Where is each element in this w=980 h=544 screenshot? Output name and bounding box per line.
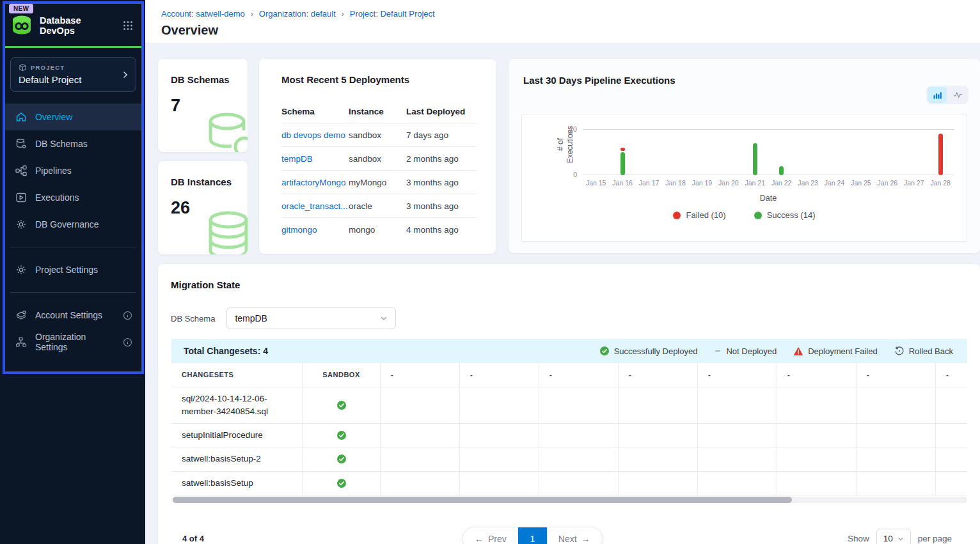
- column-header: -: [460, 363, 539, 387]
- schema-link[interactable]: db devops demo: [281, 130, 349, 140]
- empty-status-cell: [777, 472, 857, 495]
- page-size-select[interactable]: 10: [876, 529, 911, 544]
- db-schema-select[interactable]: tempDB: [226, 307, 396, 329]
- deployment-row: tempDBsandbox2 months ago: [281, 147, 477, 171]
- column-header: Instance: [349, 107, 406, 116]
- db-instances-card[interactable]: DB Instances 26: [158, 161, 248, 254]
- column-header: -: [381, 363, 460, 387]
- sidebar-divider: [10, 292, 136, 293]
- page-content: DB Schemas 7 DB Instances 26: [145, 44, 980, 544]
- column-header: -: [857, 363, 936, 387]
- changesets-table: CHANGESETSSANDBOX--------sql/2024-10-14-…: [171, 363, 967, 495]
- sidebar-item-db-schemas[interactable]: DB Schemas: [5, 130, 141, 157]
- info-icon[interactable]: [123, 338, 132, 347]
- status-legend-item: Not Deployed: [714, 346, 777, 356]
- page-1-button[interactable]: 1: [518, 527, 547, 544]
- schema-link[interactable]: gitmongo: [281, 225, 349, 235]
- empty-status-cell: [936, 424, 967, 447]
- bar-chart-toggle-icon[interactable]: [928, 87, 947, 103]
- cube-icon: [19, 63, 27, 72]
- success-bar[interactable]: [779, 166, 784, 175]
- db-schema-label: DB Schema: [171, 314, 215, 323]
- column-header: -: [698, 363, 777, 387]
- legend-item[interactable]: Failed (10): [673, 210, 725, 220]
- empty-status-cell: [936, 387, 967, 424]
- gear-icon: [15, 264, 27, 276]
- chart-column-jan-26: [874, 129, 901, 175]
- empty-status-cell: [619, 472, 698, 495]
- project-selector[interactable]: PROJECT Default Project: [10, 57, 136, 92]
- changesets-header-row: CHANGESETSSANDBOX--------: [171, 363, 967, 387]
- info-icon[interactable]: [123, 311, 132, 320]
- gear-icon: [15, 219, 27, 230]
- plot-area: [583, 129, 954, 175]
- schema-link[interactable]: tempDB: [281, 154, 349, 164]
- scrollbar-thumb[interactable]: [173, 497, 792, 503]
- schema-link[interactable]: oracle_transact...: [281, 201, 349, 211]
- chart-column-jan-19: [689, 129, 715, 175]
- prev-page-button[interactable]: ← Prev: [463, 527, 518, 544]
- check-circle-icon: [336, 478, 347, 488]
- play-box-icon: [15, 192, 27, 203]
- pipelines-icon: [15, 165, 27, 176]
- empty-status-cell: [381, 387, 460, 424]
- database-gear-icon: [15, 138, 27, 150]
- empty-status-cell: [857, 424, 936, 447]
- sidebar-item-executions[interactable]: Executions: [5, 184, 141, 211]
- column-header: -: [777, 363, 857, 387]
- breadcrumb-separator: ›: [251, 10, 253, 19]
- app-root: NEW Database DevOps: [0, 0, 980, 544]
- failed-bar[interactable]: [620, 148, 625, 151]
- instance-cell: oracle: [349, 201, 406, 211]
- empty-status-cell: [539, 424, 619, 447]
- success-bar[interactable]: [753, 143, 757, 175]
- changeset-row: sql/2024-10-14-12-06-member-34240854.sql: [171, 387, 967, 424]
- x-tick-label: Jan 27: [901, 179, 927, 187]
- total-changesets-label: Total Changesets: 4: [184, 346, 268, 356]
- chart-title: Last 30 Days Pipeline Executions: [523, 75, 676, 86]
- breadcrumb-link[interactable]: Account: satwell-demo: [161, 9, 245, 19]
- empty-status-cell: [777, 387, 857, 424]
- check-circle-icon: [336, 454, 347, 464]
- legend-label: Failed (10): [686, 210, 725, 220]
- sidebar-item-pipelines[interactable]: Pipelines: [5, 157, 141, 184]
- x-tick-label: Jan 16: [609, 179, 635, 187]
- sidebar-item-overview[interactable]: Overview: [5, 104, 141, 130]
- x-tick-label: Jan 18: [662, 179, 688, 187]
- success-bar[interactable]: [620, 152, 625, 175]
- legend-swatch-icon: [673, 212, 681, 219]
- y-tick: 0: [562, 171, 577, 178]
- rolled-back-icon: [894, 346, 905, 356]
- empty-status-cell: [539, 472, 619, 495]
- sidebar-item-account-settings[interactable]: Account Settings: [5, 302, 141, 329]
- db-schemas-card[interactable]: DB Schemas 7: [158, 59, 248, 152]
- legend-item[interactable]: Success (14): [754, 210, 816, 220]
- chart-column-jan-24: [821, 129, 848, 175]
- empty-status-cell: [460, 447, 539, 470]
- failed-bar[interactable]: [938, 134, 943, 175]
- chevron-right-icon: [122, 71, 129, 79]
- next-page-button[interactable]: Next →: [547, 527, 602, 544]
- warning-triangle-icon: [793, 346, 803, 356]
- changeset-name-cell: satwell:basisSetup: [171, 472, 303, 495]
- chevron-down-icon: [380, 315, 388, 322]
- empty-status-cell: [381, 447, 460, 470]
- sidebar-item-project-settings[interactable]: Project Settings: [5, 256, 141, 283]
- home-icon: [15, 111, 27, 123]
- app-grid-icon[interactable]: [122, 20, 134, 31]
- chart-column-jan-28: [927, 129, 953, 175]
- stat-value: 26: [171, 198, 190, 218]
- chart-column-jan-20: [715, 129, 741, 175]
- per-page-label: per page: [918, 534, 952, 543]
- schema-link[interactable]: artifactoryMongo: [281, 178, 349, 187]
- breadcrumb-link[interactable]: Project: Default Project: [350, 9, 435, 19]
- status-legend-item: Successfully Deployed: [599, 346, 698, 356]
- sidebar-item-db-governance[interactable]: DB Governance: [5, 211, 141, 238]
- breadcrumb-link[interactable]: Organization: default: [259, 9, 336, 19]
- sidebar-item-organization-settings[interactable]: Organization Settings: [5, 329, 141, 355]
- x-tick-label: Jan 19: [689, 179, 715, 187]
- project-selector-value: Default Project: [19, 74, 129, 85]
- empty-status-cell: [777, 424, 857, 447]
- horizontal-scrollbar[interactable]: [171, 497, 967, 503]
- line-chart-toggle-icon[interactable]: [948, 87, 967, 103]
